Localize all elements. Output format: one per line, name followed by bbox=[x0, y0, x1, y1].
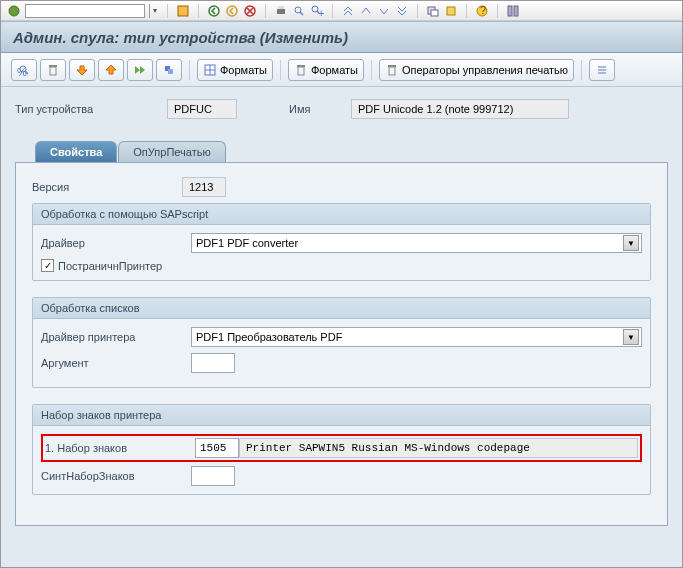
charset1-label: 1. Набор знаков bbox=[45, 442, 195, 454]
version-label: Версия bbox=[32, 181, 182, 193]
page-printer-label: ПостраничнПринтер bbox=[58, 260, 162, 272]
prev-page-icon[interactable] bbox=[359, 4, 373, 18]
tab-print-ops[interactable]: ОпУпрПечатью bbox=[118, 141, 225, 162]
check-button[interactable] bbox=[127, 59, 153, 81]
print-operators-button[interactable]: Операторы управления печатью bbox=[379, 59, 574, 81]
svg-rect-6 bbox=[278, 6, 284, 9]
argument-input[interactable] bbox=[191, 353, 235, 373]
page-printer-checkbox-row: ✓ ПостраничнПринтер bbox=[41, 259, 642, 272]
group-charset-header: Набор знаков принтера bbox=[33, 405, 650, 426]
printer-driver-value: PDF1 Преобразователь PDF bbox=[196, 331, 342, 343]
name-label: Имя bbox=[289, 103, 339, 115]
printer-driver-select[interactable]: PDF1 Преобразователь PDF ▼ bbox=[191, 327, 642, 347]
formats-button-1[interactable]: Форматы bbox=[197, 59, 273, 81]
svg-point-2 bbox=[209, 6, 219, 16]
header-fields: Тип устройства PDFUC Имя PDF Unicode 1.2… bbox=[15, 99, 668, 119]
version-value: 1213 bbox=[182, 177, 226, 197]
driver-select[interactable]: PDF1 PDF converter ▼ bbox=[191, 233, 642, 253]
command-field[interactable] bbox=[25, 4, 145, 18]
svg-rect-14 bbox=[447, 7, 455, 15]
formats-1-label: Форматы bbox=[220, 64, 267, 76]
svg-line-8 bbox=[300, 12, 303, 15]
svg-rect-30 bbox=[297, 65, 305, 67]
activate-up-button[interactable] bbox=[98, 59, 124, 81]
charset1-code-input[interactable]: 1505 bbox=[195, 438, 239, 458]
first-page-icon[interactable] bbox=[341, 4, 355, 18]
page-title: Админ. спула: тип устройства (Изменить) bbox=[13, 29, 348, 46]
highlighted-row: 1. Набор знаков 1505 Printer SAPWIN5 Rus… bbox=[41, 434, 642, 462]
activate-button[interactable] bbox=[69, 59, 95, 81]
find-icon[interactable] bbox=[292, 4, 306, 18]
table-icon bbox=[203, 63, 217, 77]
svg-rect-5 bbox=[277, 9, 285, 14]
system-toolbar: ▾ + ? bbox=[1, 1, 682, 21]
svg-rect-18 bbox=[514, 6, 518, 16]
shortcut-icon[interactable] bbox=[444, 4, 458, 18]
exit-icon[interactable] bbox=[225, 4, 239, 18]
chevron-down-icon: ▼ bbox=[623, 329, 639, 345]
chevron-down-icon: ▼ bbox=[623, 235, 639, 251]
device-type-label: Тип устройства bbox=[15, 103, 155, 115]
title-bar: Админ. спула: тип устройства (Изменить) bbox=[1, 21, 682, 53]
svg-rect-17 bbox=[508, 6, 512, 16]
cancel-icon[interactable] bbox=[243, 4, 257, 18]
session-new-icon[interactable] bbox=[426, 4, 440, 18]
group-lists: Обработка списков Драйвер принтера PDF1 … bbox=[32, 297, 651, 388]
group-charset: Набор знаков принтера 1. Набор знаков 15… bbox=[32, 404, 651, 495]
list-button[interactable] bbox=[589, 59, 615, 81]
svg-rect-1 bbox=[178, 6, 188, 16]
svg-text:?: ? bbox=[480, 4, 486, 16]
driver-value: PDF1 PDF converter bbox=[196, 237, 298, 249]
find-next-icon[interactable]: + bbox=[310, 4, 324, 18]
formats-button-2[interactable]: Форматы bbox=[288, 59, 364, 81]
name-value: PDF Unicode 1.2 (note 999712) bbox=[351, 99, 569, 119]
svg-text:%: % bbox=[17, 66, 27, 77]
last-page-icon[interactable] bbox=[395, 4, 409, 18]
group-sapscript-header: Обработка с помощью SAPscript bbox=[33, 204, 650, 225]
svg-rect-22 bbox=[50, 67, 56, 75]
svg-rect-31 bbox=[389, 67, 395, 75]
back-icon[interactable] bbox=[207, 4, 221, 18]
device-type-value: PDFUC bbox=[167, 99, 237, 119]
layout-icon[interactable] bbox=[506, 4, 520, 18]
action-toolbar: % Форматы Форматы Операторы управления п… bbox=[1, 53, 682, 87]
synth-charset-input[interactable] bbox=[191, 466, 235, 486]
other-object-button[interactable]: % bbox=[11, 59, 37, 81]
driver-label: Драйвер bbox=[41, 237, 191, 249]
tab-properties[interactable]: Свойства bbox=[35, 141, 117, 162]
where-used-button[interactable] bbox=[156, 59, 182, 81]
delete-button[interactable] bbox=[40, 59, 66, 81]
group-lists-header: Обработка списков bbox=[33, 298, 650, 319]
print-icon[interactable] bbox=[274, 4, 288, 18]
svg-rect-29 bbox=[298, 67, 304, 75]
synth-charset-label: СинтНаборЗнаков bbox=[41, 470, 191, 482]
svg-point-0 bbox=[9, 6, 19, 16]
trash-icon bbox=[385, 63, 399, 77]
help-icon[interactable]: ? bbox=[475, 4, 489, 18]
save-icon[interactable] bbox=[176, 4, 190, 18]
charset1-desc: Printer SAPWIN5 Russian MS-Windows codep… bbox=[239, 438, 638, 458]
page-printer-checkbox[interactable]: ✓ bbox=[41, 259, 54, 272]
argument-label: Аргумент bbox=[41, 357, 191, 369]
tab-panel-properties: Версия 1213 Обработка с помощью SAPscrip… bbox=[15, 162, 668, 526]
formats-2-label: Форматы bbox=[311, 64, 358, 76]
svg-text:+: + bbox=[318, 7, 324, 18]
system-menu-icon[interactable] bbox=[7, 4, 21, 18]
svg-point-3 bbox=[227, 6, 237, 16]
next-page-icon[interactable] bbox=[377, 4, 391, 18]
tab-strip: Свойства ОпУпрПечатью bbox=[35, 141, 668, 162]
content-area: Тип устройства PDFUC Имя PDF Unicode 1.2… bbox=[1, 87, 682, 567]
svg-rect-25 bbox=[168, 69, 173, 74]
group-sapscript: Обработка с помощью SAPscript Драйвер PD… bbox=[32, 203, 651, 281]
print-operators-label: Операторы управления печатью bbox=[402, 64, 568, 76]
trash-icon bbox=[294, 63, 308, 77]
command-dropdown[interactable]: ▾ bbox=[149, 4, 159, 18]
printer-driver-label: Драйвер принтера bbox=[41, 331, 191, 343]
svg-rect-32 bbox=[388, 65, 396, 67]
svg-rect-13 bbox=[431, 10, 438, 16]
svg-rect-23 bbox=[49, 65, 57, 67]
